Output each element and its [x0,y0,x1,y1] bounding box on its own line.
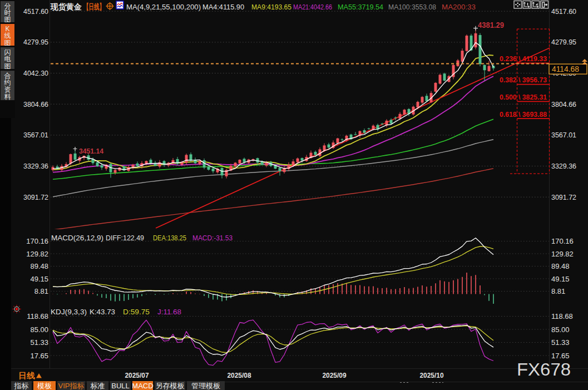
svg-text:现货黄金: 现货黄金 [50,2,82,11]
svg-text:0.382 \ 3956.73: 0.382 \ 3956.73 [500,76,547,84]
svg-text:约: 约 [4,78,11,86]
svg-text:0.500 \ 3825.31: 0.500 \ 3825.31 [500,93,547,101]
svg-text:0.618 \ 3693.88: 0.618 \ 3693.88 [500,110,547,119]
svg-text:图: 图 [4,39,11,47]
svg-text:3567.01: 3567.01 [551,131,576,139]
svg-text:4114.68: 4114.68 [552,65,579,73]
svg-text:4279.95: 4279.95 [551,38,576,46]
svg-text:日线: 日线 [18,371,35,380]
svg-text:118.68: 118.68 [551,312,573,320]
svg-text:合: 合 [4,72,11,80]
svg-text:3329.36: 3329.36 [551,162,576,170]
svg-text:3451.14: 3451.14 [79,147,104,155]
svg-text:MA55:3719.54: MA55:3719.54 [338,3,383,11]
svg-text:3567.01: 3567.01 [23,131,48,139]
svg-text:85.00: 85.00 [551,325,570,334]
svg-text:DEA:138.25: DEA:138.25 [153,234,186,242]
svg-text:89.48: 89.48 [551,262,570,270]
svg-text:MACD(26,12,9): MACD(26,12,9) [51,234,103,242]
svg-text:170.16: 170.16 [551,237,574,245]
svg-text:2025/10: 2025/10 [420,371,444,379]
svg-text:129.82: 129.82 [26,250,48,258]
svg-text:3091.72: 3091.72 [23,193,48,201]
svg-text:129.82: 129.82 [551,250,574,258]
svg-text:51.33: 51.33 [551,338,570,347]
svg-text:VIP指标: VIP指标 [58,382,85,390]
svg-text:2025/07: 2025/07 [125,371,149,379]
svg-text:17.65: 17.65 [30,352,48,360]
svg-text:FX678: FX678 [517,359,571,379]
svg-text:MA4:4115.90: MA4:4115.90 [202,3,244,11]
svg-text:89.48: 89.48 [30,262,48,270]
svg-text:2025/08: 2025/08 [228,371,251,379]
svg-text:另存模板: 另存模板 [156,382,185,390]
svg-text:MA21:4042.66: MA21:4042.66 [293,3,332,11]
svg-text:2025/09: 2025/09 [323,371,347,379]
svg-text:MA200:33: MA200:33 [442,3,476,11]
svg-text:MA9:4193.65: MA9:4193.65 [251,3,291,11]
svg-text:3804.66: 3804.66 [551,100,576,108]
svg-text:49.15: 49.15 [551,275,570,283]
svg-text:118.68: 118.68 [27,312,48,320]
svg-text:图: 图 [4,16,11,23]
svg-text:KDJ(9,3,3): KDJ(9,3,3) [51,308,87,316]
svg-text:3804.66: 3804.66 [23,100,48,108]
svg-text:8.81: 8.81 [551,287,565,295]
svg-text:3329.36: 3329.36 [23,162,48,170]
svg-text:料: 料 [4,93,11,101]
svg-text:MA(4,9,21,55,100,200): MA(4,9,21,55,100,200) [126,3,201,11]
svg-text:51.33: 51.33 [30,338,48,347]
svg-text:MA100:3553.08: MA100:3553.08 [388,3,436,11]
svg-text:0.236 \ 4119.33: 0.236 \ 4119.33 [500,55,547,63]
svg-text:管理模板: 管理模板 [191,382,220,390]
svg-text:BULL: BULL [111,382,130,390]
svg-text:49.15: 49.15 [30,275,48,283]
svg-text:8.81: 8.81 [34,287,48,295]
svg-text:DIFF:122.49: DIFF:122.49 [106,234,144,242]
svg-text:85.00: 85.00 [30,325,48,334]
svg-text:资: 资 [4,86,11,93]
svg-text:4517.60: 4517.60 [551,7,576,16]
svg-text:4381.29: 4381.29 [478,21,504,29]
svg-text:模板: 模板 [37,382,52,390]
svg-text:17.65: 17.65 [551,352,570,360]
svg-text:4279.95: 4279.95 [23,38,48,46]
svg-text:【日线】: 【日线】 [83,2,105,11]
svg-text:4042.30: 4042.30 [23,69,48,77]
svg-text:指标: 指标 [14,382,29,390]
svg-text:170.16: 170.16 [26,237,48,245]
svg-text:J:11.68: J:11.68 [157,308,181,316]
svg-text:4517.60: 4517.60 [23,7,48,16]
svg-text:图: 图 [4,62,11,70]
svg-text:K:43.73: K:43.73 [90,308,115,316]
svg-text:MACD:-31.53: MACD:-31.53 [192,234,233,242]
svg-text:D:59.75: D:59.75 [123,308,150,316]
svg-text:3091.72: 3091.72 [551,193,576,201]
svg-text:MACD: MACD [132,382,153,390]
svg-text:标准: 标准 [91,382,105,390]
